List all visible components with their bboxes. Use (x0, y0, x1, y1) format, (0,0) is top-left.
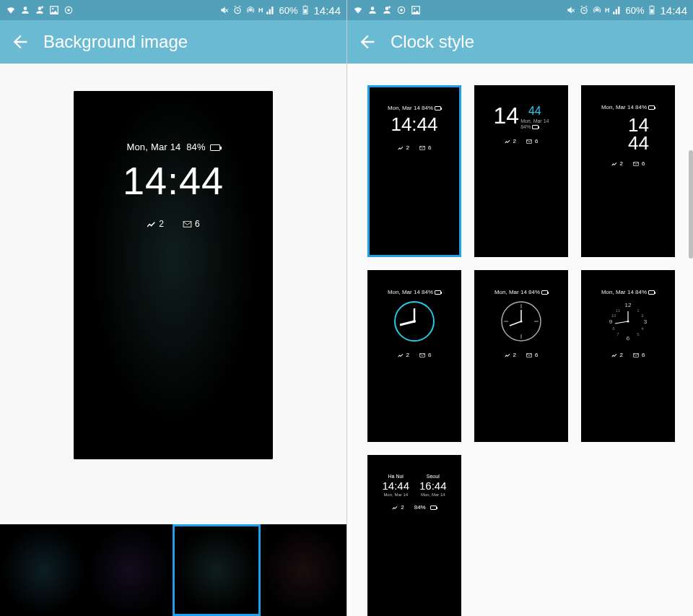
status-time: 14:44 (313, 4, 341, 17)
wifi-icon (353, 5, 363, 15)
alarm-icon (232, 5, 243, 15)
header-title: Clock style (391, 32, 474, 52)
hotspot-icon (592, 5, 602, 15)
svg-text:8: 8 (612, 326, 615, 331)
left-body: Mon, Mar 14 84% 14:44 2 6 (0, 64, 346, 616)
header: Background image (0, 20, 346, 64)
tile-notifs: 2 6 (583, 352, 674, 358)
missed-call-icon (392, 505, 398, 511)
svg-point-50 (627, 321, 629, 323)
clock-style-grid: Mon, Mar 14 84% 14:44 2 6 14 44 Mon, Mar… (367, 85, 685, 616)
clock-tile-analog-numbers[interactable]: Mon, Mar 14 84% 12 3 6 9 1 2 4 5 7 8 10 … (581, 270, 675, 442)
network-indicator: H (258, 6, 263, 14)
hotspot-icon (245, 5, 256, 15)
battery-pct: 60% (625, 5, 644, 16)
svg-rect-17 (651, 9, 654, 13)
analog-clock-icon (500, 300, 543, 343)
missed-call-icon (611, 161, 617, 167)
missed-call-icon (398, 352, 404, 358)
battery-icon (648, 105, 655, 110)
thumb-pattern-teal-diamond[interactable] (0, 524, 87, 616)
clock-tile-analog-cyan[interactable]: Mon, Mar 14 84% 2 6 (367, 270, 461, 442)
svg-point-13 (414, 8, 415, 9)
clock-tile-dual[interactable]: Ha Noi 14:44 Mon, Mar 14 Seoul 16:44 Mon… (367, 455, 461, 616)
status-right: H 60% 14:44 (566, 4, 687, 17)
svg-point-1 (52, 8, 53, 9)
svg-point-25 (413, 320, 416, 323)
person-icon (367, 5, 378, 15)
missed-call-icon (147, 220, 156, 229)
analog-clock-icon: 12 3 6 9 1 2 4 5 7 8 10 11 (606, 300, 650, 343)
svg-text:1: 1 (637, 308, 640, 313)
tile-date-line: Mon, Mar 14 84% (583, 289, 674, 295)
tile-time: 14 44 Mon, Mar 14 84% (476, 103, 567, 129)
message-count: 6 (195, 219, 200, 229)
clock-tile-analog-classic[interactable]: Mon, Mar 14 84% 2 6 (474, 270, 568, 442)
back-icon[interactable] (357, 32, 378, 52)
message-badge: 6 (183, 219, 200, 229)
tile-date-line: Mon, Mar 14 84% (476, 289, 567, 295)
battery-pct: 60% (279, 5, 297, 16)
status-time: 14:44 (660, 4, 687, 17)
preview-date-line: Mon, Mar 14 84% (74, 142, 273, 152)
person-plus-icon (382, 5, 392, 15)
thumb-pattern-purple-dots[interactable] (87, 524, 173, 616)
missed-call-icon (611, 352, 617, 358)
header: Clock style (347, 20, 693, 64)
missed-call-icon (505, 139, 510, 144)
background-preview: Mon, Mar 14 84% 14:44 2 6 (74, 91, 273, 459)
battery-icon (532, 125, 539, 129)
svg-text:11: 11 (616, 308, 621, 313)
status-bar: H 60% 14:44 (347, 0, 693, 20)
missed-call-badge: 2 (147, 219, 164, 229)
thumb-pattern-red-lattice[interactable] (261, 524, 347, 616)
tile-notifs: 2 6 (370, 144, 459, 151)
svg-text:9: 9 (609, 318, 613, 325)
mute-icon (566, 5, 576, 15)
svg-rect-18 (651, 6, 653, 6)
person-plus-icon (35, 5, 45, 15)
mail-icon (183, 220, 192, 229)
preview-clock: Mon, Mar 14 84% 14:44 2 6 (74, 91, 273, 229)
tile-date-line: Mon, Mar 14 84% (583, 104, 674, 110)
tile-date-line: Mon, Mar 14 84% (370, 105, 459, 111)
signal-icon (266, 5, 276, 15)
svg-text:5: 5 (637, 332, 640, 337)
screen-background-image: H 60% 14:44 Background image Mon, Mar 14… (0, 0, 346, 616)
battery-icon (541, 290, 548, 295)
back-icon[interactable] (10, 32, 30, 52)
mute-icon (219, 5, 230, 15)
preview-notifications: 2 6 (74, 219, 273, 229)
clock-tile-digital-split[interactable]: 14 44 Mon, Mar 14 84% 2 6 (474, 85, 568, 257)
mail-icon (419, 145, 425, 151)
target-icon (64, 5, 74, 15)
image-icon (49, 5, 59, 15)
svg-point-5 (249, 9, 252, 12)
battery-icon (648, 290, 655, 295)
svg-line-33 (510, 321, 521, 326)
background-thumbnails (0, 524, 346, 616)
thumb-pattern-teal-leaves[interactable] (173, 524, 261, 616)
clock-tile-digital-big[interactable]: Mon, Mar 14 84% 14:44 2 6 (367, 85, 461, 257)
missed-call-icon (505, 352, 510, 358)
tile-notifs: 2 6 (583, 160, 674, 167)
target-icon (396, 5, 406, 15)
mail-icon (633, 352, 639, 358)
alarm-icon (579, 5, 589, 15)
header-title: Background image (43, 32, 188, 52)
tile-notifs: 2 6 (369, 352, 460, 358)
svg-text:12: 12 (625, 302, 632, 308)
svg-point-15 (596, 9, 598, 12)
svg-text:4: 4 (641, 326, 644, 331)
signal-icon (612, 5, 622, 15)
svg-point-11 (400, 9, 403, 12)
battery-icon (210, 144, 220, 151)
scrollbar[interactable] (689, 150, 693, 259)
status-left (353, 5, 421, 15)
battery-icon (300, 5, 310, 15)
status-left (6, 5, 74, 15)
svg-rect-7 (305, 9, 308, 13)
preview-battery: 84% (186, 142, 206, 152)
clock-tile-digital-stacked[interactable]: Mon, Mar 14 84% 14 44 2 6 (581, 85, 675, 257)
status-bar: H 60% 14:44 (0, 0, 346, 20)
